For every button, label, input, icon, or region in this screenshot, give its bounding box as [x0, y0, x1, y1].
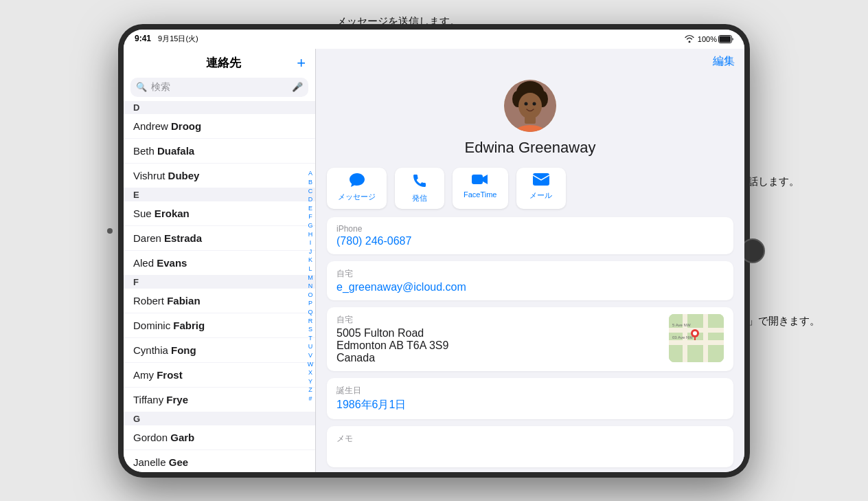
edit-button[interactable]: 編集	[713, 54, 735, 69]
contact-daren-estrada[interactable]: Daren Estrada	[124, 226, 315, 251]
contact-vishrut-dubey[interactable]: Vishrut Dubey	[124, 164, 315, 188]
svg-point-11	[533, 102, 536, 105]
alpha-v[interactable]: V	[308, 351, 312, 360]
contact-robert-fabian[interactable]: Robert Fabian	[124, 289, 315, 313]
svg-rect-20	[703, 314, 708, 362]
alpha-z[interactable]: Z	[308, 386, 312, 394]
alpha-r[interactable]: R	[308, 317, 313, 326]
alpha-e[interactable]: E	[308, 204, 312, 213]
contact-janelle-gee[interactable]: Janelle Gee	[124, 450, 315, 472]
alpha-u[interactable]: U	[308, 342, 313, 351]
section-header-g: G	[124, 412, 315, 425]
contact-aled-evans[interactable]: Aled Evans	[124, 251, 315, 276]
status-time: 9:41 9月15日(火)	[135, 34, 198, 44]
mic-icon[interactable]: 🎤	[292, 82, 303, 92]
birthday-label: 誕生日	[336, 385, 724, 397]
detail-header: 編集	[316, 49, 744, 74]
avatar-svg	[504, 80, 556, 132]
add-contact-button[interactable]: +	[297, 54, 306, 72]
call-action-label: 発信	[412, 193, 427, 203]
alpha-q[interactable]: Q	[308, 308, 312, 317]
phone-label: iPhone	[336, 224, 724, 234]
status-bar: 9:41 9月15日(火) 100%	[124, 30, 744, 49]
avatar	[504, 80, 556, 132]
svg-rect-12	[525, 117, 536, 124]
alpha-m[interactable]: M	[308, 274, 313, 282]
phone-value[interactable]: (780) 246-0687	[336, 235, 724, 247]
alpha-p[interactable]: P	[308, 299, 312, 308]
app-body: 連絡先 + 🔍 検索 🎤 D Andrew Droog Beth	[124, 49, 744, 472]
alpha-o[interactable]: O	[308, 291, 312, 300]
map-image: 5 Ave NW 03 Ave NW	[669, 314, 724, 362]
alpha-a[interactable]: A	[308, 169, 312, 178]
birthday-value[interactable]: 1986年6月1日	[336, 398, 724, 412]
message-action-button[interactable]: メッセージ	[327, 168, 387, 209]
birthday-card: 誕生日 1986年6月1日	[327, 378, 733, 419]
side-indicator	[107, 228, 113, 234]
contact-tiffany-frye[interactable]: Tiffany Frye	[124, 388, 315, 412]
alpha-f[interactable]: F	[308, 212, 312, 221]
contact-hero: Edwina Greenaway	[316, 74, 744, 168]
contact-cynthia-fong[interactable]: Cynthia Fong	[124, 338, 315, 363]
section-header-d: D	[124, 101, 315, 114]
alpha-i[interactable]: I	[310, 238, 312, 247]
alpha-j[interactable]: J	[309, 247, 312, 256]
action-buttons: メッセージ 発信	[316, 168, 744, 217]
alpha-l[interactable]: L	[308, 265, 312, 274]
alpha-c[interactable]: C	[308, 187, 313, 196]
mail-action-button[interactable]: メール	[516, 168, 566, 209]
alpha-w[interactable]: W	[308, 360, 314, 369]
alpha-k[interactable]: K	[308, 256, 312, 265]
contact-beth-duafala[interactable]: Beth Duafala	[124, 139, 315, 164]
svg-rect-29	[708, 345, 724, 362]
svg-text:03 Ave NW: 03 Ave NW	[672, 335, 693, 339]
svg-rect-28	[687, 345, 703, 362]
svg-rect-27	[669, 345, 683, 362]
svg-text:5 Ave NW: 5 Ave NW	[672, 323, 691, 327]
email-value[interactable]: e_greenaway@icloud.com	[336, 281, 724, 293]
alphabet-index[interactable]: A B C D E F G H I J K L M	[306, 101, 315, 472]
contact-list: D Andrew Droog Beth Duafala Vishrut Dube…	[124, 101, 315, 472]
contacts-sidebar: 連絡先 + 🔍 検索 🎤 D Andrew Droog Beth	[124, 49, 316, 472]
facetime-action-button[interactable]: FaceTime	[453, 168, 508, 209]
alpha-h[interactable]: H	[308, 230, 313, 239]
search-input[interactable]: 検索	[151, 81, 288, 93]
call-action-icon	[412, 173, 427, 192]
address-map[interactable]: 5 Ave NW 03 Ave NW	[669, 314, 724, 362]
facetime-action-label: FaceTime	[464, 190, 497, 199]
alpha-s[interactable]: S	[308, 325, 312, 334]
section-header-e: E	[124, 188, 315, 201]
ipad-device: 9:41 9月15日(火) 100%	[118, 24, 750, 478]
address-card[interactable]: 自宅 5005 Fulton Road Edmonton AB T6A 3S9 …	[327, 307, 733, 371]
contact-name: Edwina Greenaway	[465, 139, 596, 157]
notes-card[interactable]: メモ	[327, 426, 733, 467]
mail-action-icon	[533, 173, 549, 189]
address-info: 自宅 5005 Fulton Road Edmonton AB T6A 3S9 …	[336, 314, 662, 364]
status-icons: 100%	[684, 34, 733, 44]
svg-point-10	[525, 102, 528, 105]
alpha-d[interactable]: D	[308, 195, 313, 204]
alpha-g[interactable]: G	[308, 221, 312, 230]
alpha-x[interactable]: X	[308, 368, 312, 377]
call-action-button[interactable]: 発信	[395, 168, 444, 209]
message-action-icon	[350, 173, 365, 190]
address-label: 自宅	[336, 314, 662, 326]
alpha-n[interactable]: N	[308, 282, 313, 291]
alpha-t[interactable]: T	[308, 334, 312, 343]
svg-rect-15	[533, 173, 549, 186]
contact-gordon-garb[interactable]: Gordon Garb	[124, 425, 315, 450]
contact-dominic-fabrig[interactable]: Dominic Fabrig	[124, 313, 315, 338]
svg-rect-4	[720, 36, 731, 42]
sidebar-title: 連絡先	[150, 55, 297, 71]
alpha-b[interactable]: B	[308, 178, 312, 187]
alpha-y[interactable]: Y	[308, 377, 312, 386]
alpha-hash[interactable]: #	[308, 394, 312, 403]
search-bar[interactable]: 🔍 検索 🎤	[130, 78, 308, 97]
section-header-f: F	[124, 276, 315, 289]
contact-sue-erokan[interactable]: Sue Erokan	[124, 201, 315, 226]
phone-card: iPhone (780) 246-0687	[327, 217, 733, 254]
email-card: 自宅 e_greenaway@icloud.com	[327, 261, 733, 300]
contact-andrew-droog[interactable]: Andrew Droog	[124, 114, 315, 139]
contact-amy-frost[interactable]: Amy Frost	[124, 363, 315, 388]
ipad-screen: 9:41 9月15日(火) 100%	[124, 30, 744, 472]
